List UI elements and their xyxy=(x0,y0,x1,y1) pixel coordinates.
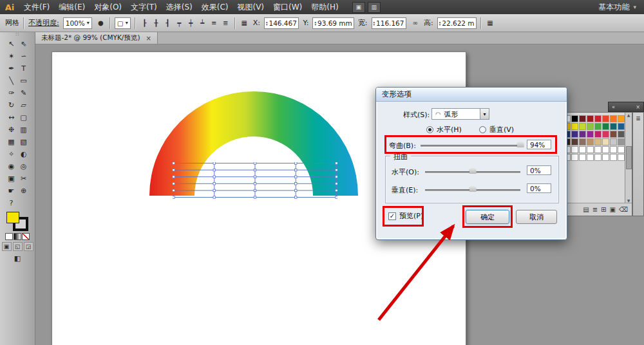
preview-checkbox[interactable]: ✓ 预览(P) xyxy=(388,211,423,221)
y-input[interactable]: ▴▾ 93.69 mm xyxy=(312,17,354,29)
draw-mode-icon[interactable]: ◲ xyxy=(24,242,33,251)
slice-tool[interactable]: ✂ xyxy=(17,172,30,185)
bend-slider-thumb[interactable] xyxy=(517,140,524,147)
collapse-panels-icon[interactable]: « xyxy=(612,104,615,110)
swatch[interactable] xyxy=(610,138,617,145)
x-stepper[interactable]: ▴▾ xyxy=(266,21,268,26)
align-icon[interactable]: ┷ xyxy=(198,19,207,26)
pen-tool[interactable]: ✒ xyxy=(5,62,17,75)
constrain-proportions-icon[interactable]: ∞ xyxy=(410,19,420,26)
menu-item[interactable]: 文字(T) xyxy=(126,0,162,14)
align-icon[interactable]: ┠ xyxy=(140,19,149,26)
align-icon[interactable]: ┿ xyxy=(186,19,196,26)
distort-vertical-input[interactable]: 0% xyxy=(527,183,551,193)
document-tab[interactable]: 未标题-2* @ 99% (CMYK/预览) × xyxy=(35,32,158,44)
width-input[interactable]: ▴▾ 116.167 xyxy=(372,17,407,29)
gradient-button[interactable] xyxy=(14,233,21,240)
lasso-tool[interactable]: ∽ xyxy=(17,50,30,62)
eyedropper-tool[interactable]: ✧ xyxy=(5,148,17,160)
panel-dock-header[interactable]: « × xyxy=(608,102,644,112)
swatch[interactable] xyxy=(579,115,586,122)
artboard-tool[interactable]: ▣ xyxy=(5,172,17,185)
arrange-documents-icon[interactable]: ▣ xyxy=(352,2,365,13)
scrollbar-thumb[interactable] xyxy=(626,146,632,169)
swatch[interactable] xyxy=(579,131,586,138)
scroll-up-icon[interactable]: ▲ xyxy=(627,113,630,117)
menu-item[interactable]: 编辑(E) xyxy=(54,0,90,14)
close-icon[interactable]: × xyxy=(636,104,640,110)
swatch[interactable] xyxy=(587,123,594,130)
free-transform-tool[interactable]: ▢ xyxy=(17,111,30,124)
align-icon[interactable]: ≡ xyxy=(209,19,219,26)
swatch[interactable] xyxy=(587,131,594,138)
toolbar-grip[interactable]: ∷ xyxy=(0,32,35,38)
fill-color-box[interactable] xyxy=(6,212,19,223)
new-group-icon[interactable]: ⊞ xyxy=(601,206,606,213)
app-logo[interactable]: Ai xyxy=(0,3,19,12)
swatch[interactable] xyxy=(602,131,609,138)
blend-tool[interactable]: ◐ xyxy=(17,148,30,160)
horizontal-radio[interactable]: 水平(H) xyxy=(426,125,462,135)
envelope-mesh-selection[interactable] xyxy=(173,162,337,199)
swatch[interactable] xyxy=(579,146,586,153)
fill-stroke-indicator[interactable] xyxy=(6,212,28,231)
swatch[interactable] xyxy=(579,138,586,145)
swatch[interactable] xyxy=(571,138,578,145)
style-dropdown[interactable]: ◠ 弧形 xyxy=(431,108,480,120)
swatch[interactable] xyxy=(571,131,578,138)
height-input[interactable]: ▴▾ 22.622 m xyxy=(437,17,477,29)
bend-value-input[interactable]: 94% xyxy=(527,140,551,149)
swatch[interactable] xyxy=(587,115,594,122)
collapsed-dock-strip[interactable]: ≣ xyxy=(632,112,644,216)
mesh-tool[interactable]: ▦ xyxy=(5,136,17,148)
menu-item[interactable]: 视图(V) xyxy=(232,0,269,14)
workspace-switcher[interactable]: 基本功能 ▾ xyxy=(598,2,636,13)
swatch[interactable] xyxy=(594,131,601,138)
width-tool[interactable]: ↔ xyxy=(5,111,17,124)
rectangle-tool[interactable]: ▭ xyxy=(17,75,30,87)
line-segment-tool[interactable]: ╲ xyxy=(5,75,17,87)
swatch[interactable] xyxy=(618,146,625,153)
swatch[interactable] xyxy=(594,123,601,130)
graphic-style-dropdown[interactable]: ▢ ▾ xyxy=(115,17,131,29)
swatch[interactable] xyxy=(579,154,586,161)
symbol-sprayer-tool[interactable]: ❉ xyxy=(5,124,17,136)
bend-slider-track[interactable] xyxy=(421,145,524,147)
swatch[interactable] xyxy=(618,138,625,145)
opacity-label[interactable]: 不透明度: xyxy=(28,18,59,28)
swatch[interactable] xyxy=(602,154,609,161)
recolor-artwork-icon[interactable]: ● xyxy=(96,19,106,26)
direct-selection-tool[interactable]: ⇖ xyxy=(17,38,30,50)
swatch[interactable] xyxy=(618,115,625,122)
help-tool[interactable]: ? xyxy=(5,197,17,209)
style-dropdown-arrow[interactable]: ▾ xyxy=(480,108,489,120)
swatch[interactable] xyxy=(594,154,601,161)
swatch[interactable] xyxy=(587,154,594,161)
height-stepper[interactable]: ▴▾ xyxy=(439,21,441,26)
swatch[interactable] xyxy=(594,146,601,153)
swatch[interactable] xyxy=(602,146,609,153)
menu-item[interactable]: 选择(S) xyxy=(162,0,197,14)
vertical-radio[interactable]: 垂直(V) xyxy=(479,125,514,135)
swatch-kinds-icon[interactable]: ≣ xyxy=(592,206,598,213)
x-input[interactable]: ▴▾ 146.467 xyxy=(264,17,299,29)
dialog-title[interactable]: 变形选项 xyxy=(376,88,567,102)
ok-button[interactable]: 确定 xyxy=(466,210,509,224)
menu-item[interactable]: 对象(O) xyxy=(90,0,126,14)
canvas[interactable]: « × ▲ ▼ ▤≣⊞▣⌫ ≣ 变形选项 样式(S): ◠ 弧形 ▾ 水平(H)… xyxy=(35,44,644,345)
swatch[interactable] xyxy=(610,131,617,138)
rotate-tool[interactable]: ↻ xyxy=(5,99,17,111)
close-icon[interactable]: × xyxy=(146,35,151,42)
swatch[interactable] xyxy=(571,154,578,161)
menu-item[interactable]: 窗口(W) xyxy=(269,0,307,14)
magic-wand-tool[interactable]: ✶ xyxy=(5,50,17,62)
draw-mode-icon[interactable]: ▣ xyxy=(2,242,12,251)
menu-item[interactable]: 效果(C) xyxy=(197,0,233,14)
swatch[interactable] xyxy=(610,123,617,130)
type-tool[interactable]: T xyxy=(17,62,30,75)
screen-mode-button[interactable]: ◧ xyxy=(12,254,23,263)
scale-tool[interactable]: ▱ xyxy=(17,99,30,111)
swatch[interactable] xyxy=(571,146,578,153)
column-graph-tool[interactable]: ▥ xyxy=(17,124,30,136)
none-button[interactable] xyxy=(22,233,30,240)
